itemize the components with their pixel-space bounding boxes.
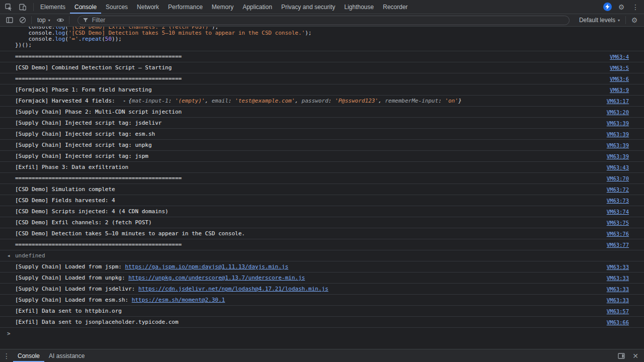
tab-performance[interactable]: Performance: [164, 0, 207, 14]
log-levels-selector[interactable]: Default levels ▾: [576, 17, 623, 24]
message-url-link[interactable]: https://cdn.jsdelivr.net/npm/lodash@4.17…: [138, 286, 329, 292]
code-token: ));: [112, 36, 122, 42]
message-content: [Exfil] Data sent to jsonplaceholder.typ…: [15, 319, 601, 326]
log-text: [Formjack] Phase 1: Form field harvestin…: [15, 86, 152, 93]
live-expression-button[interactable]: [54, 15, 67, 26]
message-content: [Exfil] Phase 3: Data exfiltration: [15, 164, 601, 171]
tab-network[interactable]: Network: [132, 0, 164, 14]
clear-console-button[interactable]: [16, 15, 29, 26]
console-prompt-input[interactable]: >: [0, 328, 644, 339]
source-location-link[interactable]: VM63:39: [607, 131, 629, 138]
message-content: ========================================…: [15, 75, 604, 82]
result-value: undefined: [15, 252, 45, 259]
drawer-tab-console[interactable]: Console: [13, 349, 44, 362]
message-content: [Supply Chain] Phase 2: Multi-CDN script…: [15, 109, 601, 116]
main-toolbar-right-icons: ⚙ ⋮: [601, 0, 644, 14]
source-location-link[interactable]: VM63:73: [607, 197, 629, 204]
source-location-link[interactable]: VM63:39: [607, 153, 629, 160]
message-content: ========================================…: [15, 175, 601, 182]
drawer-more-options-icon[interactable]: ⋮: [0, 350, 13, 361]
console-message: [Supply Chain] Injected script tag: jspm…: [0, 151, 644, 162]
console-message: [Supply Chain] Loaded from esm.sh: https…: [0, 295, 644, 306]
log-levels-label: Default levels: [579, 17, 615, 24]
source-location-link[interactable]: VM63:17: [607, 98, 629, 105]
message-url-link[interactable]: https://unpkg.com/underscore@1.13.7/unde…: [128, 275, 305, 281]
message-content: [Supply Chain] Loaded from esm.sh: https…: [15, 297, 601, 304]
source-location-link[interactable]: VM63:33: [607, 286, 629, 293]
message-url-link[interactable]: https://esm.sh/moment@2.30.1: [132, 297, 225, 303]
panel-tab-strip: ElementsConsoleSourcesNetworkPerformance…: [36, 0, 412, 14]
log-text: [CSD Demo] Scripts injected: 4 (4 CDN do…: [15, 208, 169, 215]
tab-elements[interactable]: Elements: [36, 0, 70, 14]
settings-gear-icon[interactable]: ⚙: [615, 2, 628, 13]
dock-side-icon[interactable]: [615, 350, 628, 361]
source-location-link[interactable]: VM63:33: [607, 297, 629, 304]
console-message: [Exfil] Data sent to jsonplaceholder.typ…: [0, 317, 644, 328]
source-location-link[interactable]: VM63:77: [607, 241, 629, 248]
source-location-link[interactable]: VM63:76: [607, 230, 629, 237]
code-token: })();: [15, 42, 32, 48]
tab-sources[interactable]: Sources: [101, 0, 132, 14]
expand-arrow-icon[interactable]: ▸: [123, 99, 126, 103]
tab-memory[interactable]: Memory: [207, 0, 238, 14]
message-content: [CSD Demo] Detection takes 5–10 minutes …: [15, 230, 601, 237]
device-toolbar-button[interactable]: [16, 2, 29, 13]
message-content: [Supply Chain] Injected script tag: jsde…: [15, 120, 601, 127]
console-message: [Formjack] Harvested 4 fields: ▸{mat-inp…: [0, 96, 644, 107]
tab-console[interactable]: Console: [70, 0, 101, 14]
tab-lighthouse[interactable]: Lighthouse: [340, 0, 378, 14]
tab-application[interactable]: Application: [238, 0, 277, 14]
source-location-link[interactable]: VM63:6: [610, 75, 629, 82]
console-message: [Supply Chain] Injected script tag: esm.…: [0, 129, 644, 140]
source-location-link[interactable]: VM63:39: [607, 120, 629, 127]
message-content: [Supply Chain] Loaded from jspm: https:/…: [15, 263, 601, 270]
close-devtools-icon[interactable]: ✕: [629, 350, 642, 361]
source-location-link[interactable]: VM63:9: [610, 86, 629, 94]
code-token: );: [305, 30, 311, 36]
source-location-link[interactable]: VM63:43: [607, 164, 629, 171]
tab-privacy-and-security[interactable]: Privacy and security: [277, 0, 340, 14]
source-location-link[interactable]: VM63:33: [607, 275, 629, 282]
source-location-link[interactable]: VM63:72: [607, 186, 629, 193]
object-preview[interactable]: {mat-input-1: '(empty)', email: 'test@ex…: [128, 98, 461, 104]
console-sidebar-toggle-button[interactable]: [3, 15, 16, 26]
message-url-link[interactable]: https://ga.jspm.io/npm:dayjs@1.11.13/day…: [125, 263, 289, 270]
source-location-link[interactable]: VM63:5: [610, 64, 629, 71]
code-token: repeat: [82, 36, 102, 42]
context-selector[interactable]: top ▾: [34, 17, 54, 24]
source-location-link[interactable]: VM63:33: [607, 263, 629, 270]
source-location-link[interactable]: VM63:39: [607, 142, 629, 149]
source-location-link[interactable]: VM63:74: [607, 208, 629, 215]
message-content: [CSD Demo] Simulation complete: [15, 186, 601, 193]
snippet-line: console.log('='.repeat(50));: [15, 36, 644, 42]
log-text: ========================================…: [15, 53, 182, 60]
drawer-tab-ai-assistance[interactable]: AI assistance: [44, 349, 89, 362]
chevron-down-icon: ▾: [48, 18, 50, 23]
sidebar-panel-icon: [6, 16, 14, 24]
log-text: [Supply Chain] Phase 2: Multi-CDN script…: [15, 109, 182, 115]
message-content: [Exfil] Data sent to httpbin.org: [15, 308, 601, 315]
console-message: [CSD Demo] Exfil channels: 2 (fetch POST…: [0, 217, 644, 228]
source-location-link[interactable]: VM63:66: [607, 319, 629, 326]
blue-extension-badge: [603, 3, 612, 11]
filter-input[interactable]: [92, 17, 565, 24]
source-location-link[interactable]: VM63:4: [610, 53, 629, 60]
object-colon: :: [169, 98, 175, 104]
clear-console-icon: [19, 16, 27, 24]
device-toolbar-icon: [19, 3, 27, 11]
devtools-main-toolbar: ElementsConsoleSourcesNetworkPerformance…: [0, 0, 644, 14]
object-key: rememberMe-input: [385, 98, 438, 104]
source-location-link[interactable]: VM63:70: [607, 175, 629, 182]
source-location-link[interactable]: VM63:75: [607, 219, 629, 226]
more-options-icon[interactable]: ⋮: [629, 2, 642, 13]
source-location-link[interactable]: VM63:20: [607, 109, 629, 116]
main-toolbar-left-icons: [0, 0, 31, 14]
console-settings-gear-icon[interactable]: ⚙: [628, 15, 641, 26]
message-content: [Formjack] Phase 1: Form field harvestin…: [15, 86, 604, 94]
tab-recorder[interactable]: Recorder: [378, 0, 412, 14]
source-location-link[interactable]: VM63:57: [607, 308, 629, 315]
extension-icon[interactable]: [601, 2, 614, 13]
console-message: [Supply Chain] Injected script tag: jsde…: [0, 118, 644, 129]
code-token: (: [102, 36, 105, 42]
inspect-element-button[interactable]: [2, 2, 15, 13]
